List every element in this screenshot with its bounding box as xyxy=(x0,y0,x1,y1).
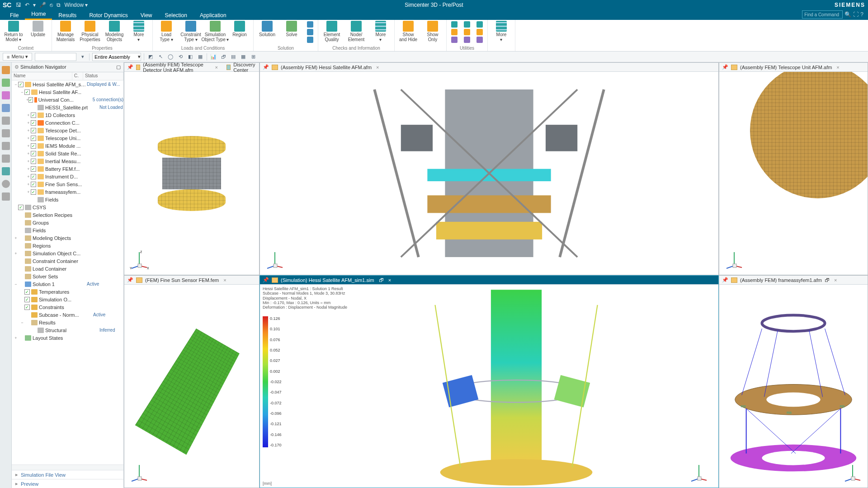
tree-expander-icon[interactable]: + xyxy=(26,182,31,187)
nav-tree-item[interactable]: Load Container xyxy=(12,265,123,272)
tree-checkbox[interactable]: ✓ xyxy=(31,128,36,133)
tree-checkbox[interactable]: ✓ xyxy=(31,120,36,126)
tab-application[interactable]: Application xyxy=(193,11,233,20)
show-only-button[interactable]: Show Only xyxy=(422,21,443,42)
axis-triad[interactable] xyxy=(724,249,745,270)
gutter-icon[interactable] xyxy=(2,155,10,163)
gutter-icon[interactable] xyxy=(2,142,10,150)
utility-icon[interactable] xyxy=(462,36,472,43)
show-hide-button[interactable]: Show and Hide xyxy=(397,21,419,42)
ribbon-small-button[interactable] xyxy=(305,28,315,36)
redo-icon[interactable]: ▾ xyxy=(33,2,36,8)
nav-tree-item[interactable]: Groups xyxy=(12,219,123,226)
gutter-icon[interactable] xyxy=(2,66,10,74)
nav-tree-item[interactable]: +Modeling Objects xyxy=(12,234,123,242)
tab-results[interactable]: Results xyxy=(52,11,83,20)
gutter-icon[interactable] xyxy=(2,117,10,125)
close-icon[interactable]: × xyxy=(215,65,217,70)
tab-selection[interactable]: Selection xyxy=(159,11,193,20)
filter-icon[interactable]: ▾ xyxy=(79,53,86,61)
tree-expander-icon[interactable]: + xyxy=(14,251,18,256)
nav-tree-item[interactable]: +✓Battery FEM.f... xyxy=(12,165,123,173)
nav-tree-item[interactable]: Selection Recipes xyxy=(12,211,123,219)
tree-checkbox[interactable]: ✓ xyxy=(31,151,36,156)
nav-tree-item[interactable]: −✓Hessi Satellite AFM_sim...Displayed & … xyxy=(12,80,123,88)
nav-tree-item[interactable]: Fields xyxy=(12,226,123,234)
nav-tree-item[interactable]: +✓Telescope Uni... xyxy=(12,134,123,142)
viewport-bot-right[interactable]: 📌 (Assembly FEM) frameassyfem1.afm 🗗 × xyxy=(719,275,868,488)
nav-tree-item[interactable]: +✓IEMS Module ... xyxy=(12,142,123,150)
gutter-icon[interactable] xyxy=(2,167,10,175)
solve-button[interactable]: Solve xyxy=(281,21,302,38)
tree-expander-icon[interactable]: + xyxy=(26,121,31,125)
solution-button[interactable]: Solution xyxy=(256,21,278,38)
gutter-icon[interactable] xyxy=(2,192,10,201)
nav-tree-item[interactable]: +Layout States xyxy=(12,334,123,342)
tree-expander-icon[interactable]: − xyxy=(14,282,18,286)
nav-tree-item[interactable]: +Simulation Object C... xyxy=(12,249,123,257)
nav-tree-item[interactable]: +✓Telescope Det... xyxy=(12,127,123,134)
tree-expander-icon[interactable]: + xyxy=(26,144,31,148)
tree-checkbox[interactable]: ✓ xyxy=(31,113,36,118)
tree-checkbox[interactable]: ✓ xyxy=(31,143,36,149)
tree-checkbox[interactable]: ✓ xyxy=(31,159,36,164)
tab-view[interactable]: View xyxy=(134,11,159,20)
sim-obj-type-button[interactable]: Simulation Object Type ▾ xyxy=(204,21,226,42)
axis-triad[interactable] xyxy=(842,462,863,483)
gutter-icon[interactable] xyxy=(2,79,10,87)
gutter-icon[interactable] xyxy=(2,180,10,188)
col-c[interactable]: C. xyxy=(72,72,83,80)
more-util-button[interactable]: More ▾ xyxy=(491,21,512,42)
nav-tree[interactable]: −✓Hessi Satellite AFM_sim...Displayed & … xyxy=(12,80,123,465)
utility-icon[interactable] xyxy=(462,28,472,36)
copy-icon[interactable]: ⧉ xyxy=(57,2,61,8)
pin-icon[interactable]: 📌 xyxy=(127,277,133,283)
tab-home[interactable]: Home xyxy=(25,9,52,20)
load-type-button[interactable]: Load Type ▾ xyxy=(156,21,177,42)
tree-expander-icon[interactable]: + xyxy=(26,113,31,117)
utility-icon[interactable] xyxy=(475,21,485,28)
sel-icon-2[interactable]: ↖ xyxy=(157,53,164,61)
nav-tree-item[interactable]: +✓Connection C... xyxy=(12,119,123,127)
ribbon-small-button[interactable] xyxy=(305,36,315,43)
tree-expander-icon[interactable]: − xyxy=(14,82,18,87)
tree-expander-icon[interactable]: + xyxy=(26,151,31,156)
view-icon-2[interactable]: 🗗 xyxy=(220,53,227,61)
nav-tree-item[interactable]: ✓CSYS xyxy=(12,203,123,211)
mic-icon[interactable]: 🎤 xyxy=(39,2,46,8)
more-checks-button[interactable]: More ▾ xyxy=(370,21,392,42)
gear-icon[interactable]: ⚙ xyxy=(14,64,20,70)
sel-icon-4[interactable]: ⟲ xyxy=(177,53,184,61)
view-icon-4[interactable]: ▦ xyxy=(240,53,247,61)
sel-icon-6[interactable]: ▦ xyxy=(197,53,204,61)
viewport-bot-mid[interactable]: 📌 (Simulation) Hessi Satellite AFM_sim1.… xyxy=(259,275,719,488)
close-icon[interactable]: × xyxy=(834,277,837,283)
pin-icon[interactable]: 📌 xyxy=(263,277,269,283)
gutter-icon[interactable] xyxy=(2,91,10,99)
pane-pin-icon[interactable]: ▢ xyxy=(116,64,121,70)
tree-checkbox[interactable]: ✓ xyxy=(24,297,30,302)
tab-file[interactable]: File xyxy=(4,11,25,20)
tree-expander-icon[interactable]: + xyxy=(14,236,18,240)
search-icon[interactable]: 🔍 xyxy=(844,11,851,18)
tree-checkbox[interactable]: ✓ xyxy=(31,182,36,187)
nav-tree-item[interactable]: ✓Simulation O... xyxy=(12,296,123,303)
element-quality-button[interactable]: Element Quality xyxy=(321,21,343,42)
nav-tree-item[interactable]: HESSI_Satellite.prtNot Loaded xyxy=(12,103,123,111)
viewport-top-left[interactable]: 📌 (Assembly FEM) Telescope Detector Unit… xyxy=(124,62,259,275)
fullscreen-icon[interactable]: ⛶ xyxy=(853,11,859,18)
nav-tree-item[interactable]: +✓Solid State Re... xyxy=(12,150,123,157)
tree-checkbox[interactable]: ✓ xyxy=(24,89,30,95)
nav-tree-item[interactable]: +✓Instrument D... xyxy=(12,173,123,180)
nav-tree-item[interactable]: ✓Temperatures xyxy=(12,288,123,296)
window-dropdown[interactable]: Window ▾ xyxy=(64,2,88,8)
nav-tree-item[interactable]: −Results xyxy=(12,319,123,326)
tree-checkbox[interactable]: ✓ xyxy=(18,205,24,210)
tree-checkbox[interactable]: ✓ xyxy=(24,289,30,295)
tree-checkbox[interactable]: ✓ xyxy=(18,82,24,87)
tree-checkbox[interactable]: ✓ xyxy=(24,305,30,310)
viewport-top-right[interactable]: 📌 (Assembly FEM) Telescope Unit AFM.afm … xyxy=(719,62,868,275)
pin-icon[interactable]: 📌 xyxy=(127,64,133,70)
update-button[interactable]: Update xyxy=(27,21,49,38)
nav-tree-item[interactable]: Fields xyxy=(12,196,123,203)
